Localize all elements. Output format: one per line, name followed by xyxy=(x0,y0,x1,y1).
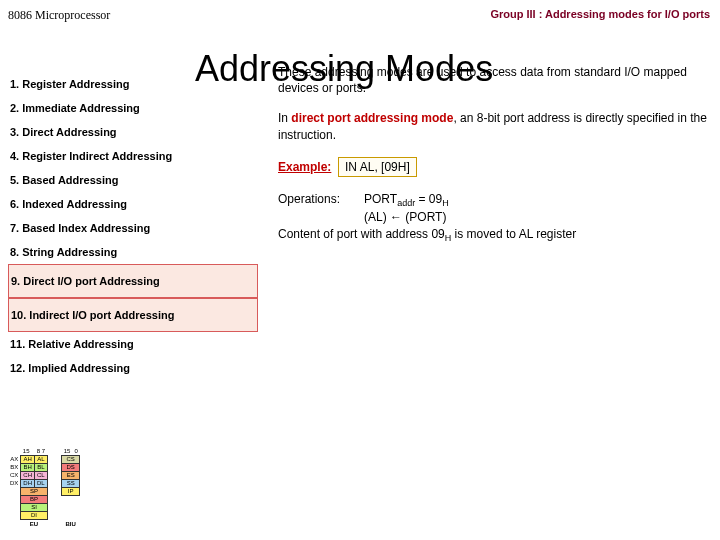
mode-2: 2. Immediate Addressing xyxy=(8,96,258,120)
reg-table-eu: 15 8 7 15 0 AX AH AL CS BX BH BL DS CX C… xyxy=(8,448,80,528)
mode-5: 5. Based Addressing xyxy=(8,168,258,192)
mode-8: 8. String Addressing xyxy=(8,240,258,264)
term-direct-port: direct port addressing mode xyxy=(291,111,453,125)
example-code: IN AL, [09H] xyxy=(338,157,417,177)
operations-body: PORTaddr = 09H (AL) ← (PORT) xyxy=(364,191,708,226)
group-label: Group III : Addressing modes for I/O por… xyxy=(490,8,710,20)
intro-text: These addressing modes are used to acces… xyxy=(278,64,708,96)
mode-3: 3. Direct Addressing xyxy=(8,120,258,144)
mode-11: 11. Relative Addressing xyxy=(8,332,258,356)
operations-label: Operations: xyxy=(278,191,364,207)
example-label: Example: xyxy=(278,160,331,174)
eu-label: EU xyxy=(21,520,47,529)
op-line-1: PORTaddr = 09H xyxy=(364,191,708,210)
biu-label: BIU xyxy=(62,520,80,529)
mode-10-highlighted: 10. Indirect I/O port Addressing xyxy=(8,298,258,332)
operation-note: Content of port with address 09H is move… xyxy=(278,226,708,245)
register-diagram: 15 8 7 15 0 AX AH AL CS BX BH BL DS CX C… xyxy=(8,448,178,528)
mode-6: 6. Indexed Addressing xyxy=(8,192,258,216)
mode-4: 4. Register Indirect Addressing xyxy=(8,144,258,168)
op-line-2: (AL) ← (PORT) xyxy=(364,209,708,225)
addressing-modes-list: 1. Register Addressing 2. Immediate Addr… xyxy=(8,72,258,380)
topic-label: 8086 Microprocessor xyxy=(8,8,110,23)
content-body: These addressing modes are used to acces… xyxy=(278,64,708,258)
mode-9-highlighted: 9. Direct I/O port Addressing xyxy=(8,264,258,298)
mode-1: 1. Register Addressing xyxy=(8,72,258,96)
example-row: Example: IN AL, [09H] xyxy=(278,157,708,177)
mode-7: 7. Based Index Addressing xyxy=(8,216,258,240)
mode-12: 12. Implied Addressing xyxy=(8,356,258,380)
operations-block: Operations: PORTaddr = 09H (AL) ← (PORT) xyxy=(278,191,708,226)
direct-mode-desc: In direct port addressing mode, an 8-bit… xyxy=(278,110,708,142)
